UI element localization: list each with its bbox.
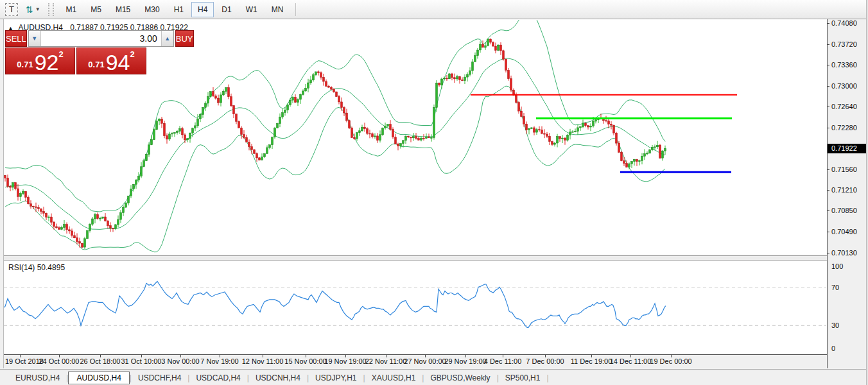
timeframe-button-m5[interactable]: M5 [84,2,108,17]
sell-price-base: 0.71 [17,60,33,69]
chart-tab-gbpusd[interactable]: GBPUSD,Weekly [424,372,496,384]
price-tick-label: 0.74080 [831,19,857,27]
chart-tab-eurusd[interactable]: EURUSD,H4 [9,372,66,384]
time-tick-label: 22 Nov 11:00 [365,357,407,365]
price-tick-mark [827,232,829,232]
timeframe-button-m1[interactable]: M1 [60,2,83,17]
price-tick-mark [827,253,829,253]
time-tick-mark [141,355,142,357]
rsi-level-label: 70 [831,284,839,291]
time-tick-mark [100,355,101,357]
price-tick-label: 0.71210 [831,186,857,194]
price-axis-border [827,19,828,368]
time-tick-mark [220,355,220,357]
time-tick-label: 3 Nov 00:00 [161,357,199,365]
time-tick-mark [591,355,592,357]
buy-price-big: 94 [106,53,130,72]
time-tick-label: 26 Oct 18:00 [80,357,121,365]
price-tick-mark [827,107,829,107]
time-tick-label: 27 Nov 00:00 [404,357,446,365]
chart-tab-bar: EURUSD,H4|AUDUSD,H4|USDCHF,H4|USDCAD,H4|… [0,369,868,385]
price-tick-label: 0.73720 [831,40,857,48]
timeframe-button-h1[interactable]: H1 [168,2,190,17]
chart-tab-xauusd[interactable]: XAUUSD,H1 [365,372,422,384]
price-tick-label: 0.70850 [831,207,857,214]
price-tick-label: 0.70490 [831,228,857,235]
sell-button[interactable]: SELL [5,30,27,47]
buy-button[interactable]: BUY [175,30,194,47]
price-tick-mark [827,128,829,128]
time-tick-mark [386,355,386,357]
volume-input[interactable] [41,31,161,46]
time-tick-label: 19 Oct 2018 [5,357,44,365]
timeframe-button-m15[interactable]: M15 [109,2,137,17]
price-tick-label: 0.72280 [831,124,857,132]
time-tick-mark [465,355,466,357]
chart-tab-usdchf[interactable]: USDCHF,H4 [132,372,187,384]
rsi-level-label: 30 [831,321,839,329]
one-click-trading-panel: SELL ▼ ▲ BUY 0.71922 0.71942 [5,30,148,74]
toolbar-separator [295,3,296,16]
chart-tab-sp500[interactable]: SP500,H1 [499,372,547,384]
chart-tab-usdcnh[interactable]: USDCNH,H4 [249,372,307,384]
timeframe-button-d1[interactable]: D1 [215,2,238,17]
time-tick-mark [503,355,503,357]
buy-price-button[interactable]: 0.71942 [76,47,146,74]
time-tick-mark [425,355,426,357]
time-tick-label: 24 Oct 00:00 [39,357,80,365]
price-tick-label: 0.70130 [831,249,857,257]
buy-price-sup: 2 [130,49,134,59]
time-tick-label: 14 Dec 11:00 [610,357,652,365]
time-tick-mark [345,355,346,357]
arrows-tool-icon[interactable]: ⇅ [24,4,35,15]
chart-tab-usdcad[interactable]: USDCAD,H4 [189,372,247,384]
chart-tab-audusd[interactable]: AUDUSD,H4 [68,372,129,384]
volume-control: ▼ ▲ [28,30,174,47]
chevron-down-icon[interactable]: ▼ [35,6,40,12]
price-tick-label: 0.73000 [831,82,857,90]
sell-price-sup: 2 [58,49,63,59]
current-price-badge: 0.71922 [828,144,866,153]
time-tick-label: 7 Dec 00:00 [526,357,564,365]
sell-price-big: 92 [35,53,59,72]
timeframe-button-m30[interactable]: M30 [138,2,166,17]
timeframe-button-w1[interactable]: W1 [239,2,264,17]
time-tick-mark [20,355,21,357]
time-tick-mark [630,355,631,357]
price-tick-mark [827,44,829,45]
price-tick-mark [827,65,829,65]
chart-tab-usdjpy[interactable]: USDJPY,H1 [309,372,363,384]
time-tick-label: 15 Nov 00:00 [284,357,326,365]
time-tick-mark [180,355,181,357]
time-tick-label: 12 Nov 11:00 [242,357,284,365]
time-axis[interactable]: 19 Oct 201824 Oct 00:0026 Oct 18:0031 Oc… [4,355,827,368]
rsi-indicator-label: RSI(14) 50.4895 [8,263,65,272]
volume-increase-button[interactable]: ▲ [161,31,173,46]
top-toolbar: T ⇅ ▼ M1M5M15M30H1H4D1W1MN [0,0,868,19]
price-tick-mark [827,86,829,87]
time-tick-label: 19 Nov 19:00 [324,357,366,365]
price-tick-label: 0.73360 [831,61,857,69]
time-tick-mark [263,355,263,357]
time-tick-mark [59,355,60,357]
time-tick-label: 19 Dec 00:00 [650,357,691,365]
time-tick-label: 7 Nov 19:00 [200,357,238,365]
time-tick-label: 4 Dec 11:00 [484,357,522,365]
time-tick-label: 31 Oct 10:00 [121,357,162,365]
price-tick-label: 0.71560 [831,166,857,173]
time-tick-label: 11 Dec 19:00 [571,357,612,365]
price-tick-mark [827,190,829,191]
price-tick-mark [827,169,829,170]
volume-decrease-button[interactable]: ▼ [29,31,41,46]
time-tick-mark [545,355,546,357]
timeframe-button-mn[interactable]: MN [265,2,290,17]
toolbar-grip[interactable] [48,3,54,16]
price-tick-mark [827,23,829,24]
sell-price-button[interactable]: 0.71922 [5,47,75,74]
time-tick-mark [306,355,306,357]
timeframe-button-h4[interactable]: H4 [191,2,214,17]
text-tool-icon[interactable]: T [5,3,18,16]
price-tick-label: 0.72640 [831,103,857,110]
panel-splitter[interactable] [4,255,827,261]
buy-price-base: 0.71 [88,60,104,69]
